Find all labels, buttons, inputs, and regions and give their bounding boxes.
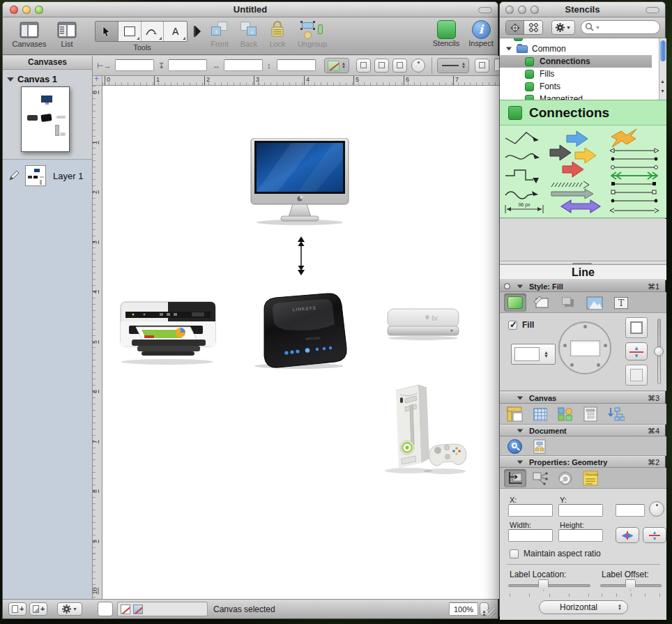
resize-grip[interactable] bbox=[487, 608, 496, 617]
line-style-button[interactable]: ▲▼ bbox=[437, 58, 469, 73]
text-style-tab[interactable]: T bbox=[610, 294, 632, 312]
width-input[interactable] bbox=[508, 529, 553, 542]
scroll-down-arrow[interactable]: ▼ bbox=[660, 89, 665, 93]
main-titlebar[interactable]: Untitled bbox=[3, 2, 498, 17]
height-input[interactable] bbox=[277, 59, 316, 71]
sidebar-item-canvas1[interactable]: Canvas 1 bbox=[7, 74, 57, 84]
linksys-router-image[interactable]: LINKSYS WRT120N bbox=[246, 292, 352, 370]
note-tab[interactable]: This is a note bbox=[579, 469, 602, 487]
tree-scrollbar[interactable]: ▲ ▼ bbox=[659, 38, 666, 100]
canvas-section-header[interactable]: Canvas ⌘3 bbox=[500, 392, 665, 404]
shadow-style-tab[interactable] bbox=[557, 294, 579, 312]
zoom-level[interactable]: 100% bbox=[449, 602, 478, 616]
canvas-grid-tab[interactable] bbox=[529, 405, 551, 423]
disclosure-triangle-icon[interactable] bbox=[517, 460, 524, 464]
geometry-tab[interactable] bbox=[504, 469, 526, 487]
canvas-layout-tab[interactable] bbox=[604, 405, 627, 423]
tree-row-magnetized[interactable]: Magnetized bbox=[500, 93, 652, 100]
list-button[interactable]: List bbox=[53, 20, 81, 48]
flip-horizontal-button[interactable]: ◀▶ bbox=[616, 527, 639, 543]
document-zoom-tab[interactable] bbox=[504, 438, 525, 455]
disclosure-triangle-icon[interactable] bbox=[7, 77, 14, 82]
stroke-style-tab[interactable] bbox=[530, 294, 553, 312]
fill-color-well[interactable]: ▲▼ bbox=[511, 344, 556, 365]
x-input[interactable] bbox=[508, 504, 553, 517]
fill-type-solid-button[interactable] bbox=[625, 317, 648, 338]
line-endpoint-button[interactable] bbox=[475, 59, 489, 73]
style-fill-header[interactable]: Style: Fill ⌘1 bbox=[500, 280, 665, 292]
selection-tool[interactable] bbox=[96, 22, 119, 41]
xbox-360-image[interactable] bbox=[375, 378, 468, 476]
layer-row[interactable]: Layer 1 bbox=[3, 161, 92, 190]
imac-image[interactable] bbox=[250, 138, 351, 227]
stencils-titlebar[interactable]: Stencils bbox=[500, 2, 665, 17]
disclosure-triangle-icon[interactable] bbox=[517, 429, 524, 432]
ungroup-button[interactable]: Ungroup bbox=[293, 20, 332, 48]
rotation-input[interactable] bbox=[616, 504, 645, 517]
disclosure-triangle-icon[interactable] bbox=[517, 396, 524, 399]
orientation-dropdown[interactable]: Horizontal ▲▼ bbox=[539, 600, 628, 614]
shadow-style-1-button[interactable] bbox=[356, 59, 371, 73]
fill-opacity-thumb[interactable] bbox=[654, 347, 664, 356]
document-section-header[interactable]: Document ⌘4 bbox=[500, 425, 665, 436]
height-input[interactable] bbox=[558, 529, 603, 542]
style-tray[interactable] bbox=[117, 602, 208, 616]
fill-type-gradient-button[interactable] bbox=[625, 365, 648, 386]
gradient-direction-dial[interactable] bbox=[558, 321, 611, 374]
label-location-thumb[interactable] bbox=[538, 579, 549, 591]
flip-vertical-button[interactable]: ▲▼ bbox=[643, 527, 666, 543]
apple-tv-image[interactable]: tv bbox=[385, 305, 462, 341]
canvas-thumbnail[interactable] bbox=[21, 86, 70, 152]
canvas-outline-tab[interactable] bbox=[579, 405, 602, 423]
fill-style-tab[interactable] bbox=[504, 294, 526, 312]
tree-row-fonts[interactable]: Fonts bbox=[500, 80, 652, 93]
back-button[interactable]: ↓ Back bbox=[236, 20, 262, 48]
canvases-button[interactable]: Canvases bbox=[11, 20, 47, 48]
toolbar-toggle-pill[interactable] bbox=[646, 7, 659, 13]
stencil-search-field[interactable]: ▼ bbox=[581, 20, 660, 34]
label-location-slider[interactable] bbox=[508, 584, 590, 587]
inspect-button[interactable]: i Inspect bbox=[466, 20, 496, 47]
shadow-style-3-button[interactable] bbox=[392, 59, 407, 73]
stencils-button[interactable]: Stencils bbox=[429, 20, 463, 47]
text-tool[interactable]: A bbox=[164, 22, 187, 41]
tree-row-fills[interactable]: Fills bbox=[500, 68, 652, 80]
maintain-aspect-checkbox[interactable] bbox=[510, 549, 519, 558]
connections-shapes[interactable]: 96 px bbox=[503, 127, 662, 216]
width-input[interactable] bbox=[224, 59, 263, 71]
line-tool[interactable] bbox=[142, 22, 165, 41]
inspector-pin-icon[interactable] bbox=[504, 283, 510, 289]
canvas-size-tab[interactable] bbox=[504, 405, 526, 423]
new-layer-button[interactable]: + bbox=[29, 602, 47, 616]
image-style-tab[interactable] bbox=[583, 294, 606, 312]
y-input[interactable] bbox=[558, 504, 603, 517]
fill-checkbox[interactable] bbox=[508, 321, 517, 330]
disclosure-triangle-icon[interactable] bbox=[506, 47, 512, 51]
canvas-action-menu[interactable]: ▼ bbox=[57, 602, 82, 616]
geometry-section-header[interactable]: Properties: Geometry ⌘2 bbox=[500, 456, 665, 468]
canvas-diagram-tab[interactable] bbox=[554, 405, 576, 423]
canvas-fill-swatch[interactable] bbox=[98, 602, 113, 616]
stencil-action-menu[interactable]: ▼ bbox=[551, 20, 575, 35]
grid-view-button[interactable] bbox=[524, 21, 542, 34]
shadow-angle-knob[interactable] bbox=[411, 59, 425, 73]
disclosure-triangle-icon[interactable] bbox=[517, 284, 524, 288]
vertical-double-arrow[interactable] bbox=[296, 236, 306, 275]
new-canvas-button[interactable]: + bbox=[8, 602, 26, 616]
label-offset-thumb[interactable] bbox=[625, 579, 636, 591]
tree-row-connections[interactable]: Connections bbox=[500, 55, 652, 68]
front-button[interactable]: ↑ Front bbox=[206, 20, 233, 48]
y-position-input[interactable] bbox=[168, 59, 207, 71]
document-data-tab[interactable] bbox=[529, 438, 550, 455]
fill-style-button[interactable]: ▲▼ bbox=[324, 58, 349, 73]
scrollbar-thumb[interactable] bbox=[660, 40, 666, 61]
connections-tab[interactable] bbox=[529, 469, 551, 487]
toolbar-toggle-pill[interactable] bbox=[478, 7, 492, 13]
tool-drawer-toggle[interactable] bbox=[192, 24, 202, 38]
hp-printer-image[interactable] bbox=[116, 296, 219, 365]
shadow-style-2-button[interactable] bbox=[374, 59, 389, 73]
action-tab[interactable] bbox=[554, 469, 576, 487]
gradient-blend-button[interactable]: ▲▼ bbox=[625, 342, 648, 360]
single-view-button[interactable] bbox=[506, 21, 524, 34]
x-position-input[interactable] bbox=[115, 59, 154, 71]
